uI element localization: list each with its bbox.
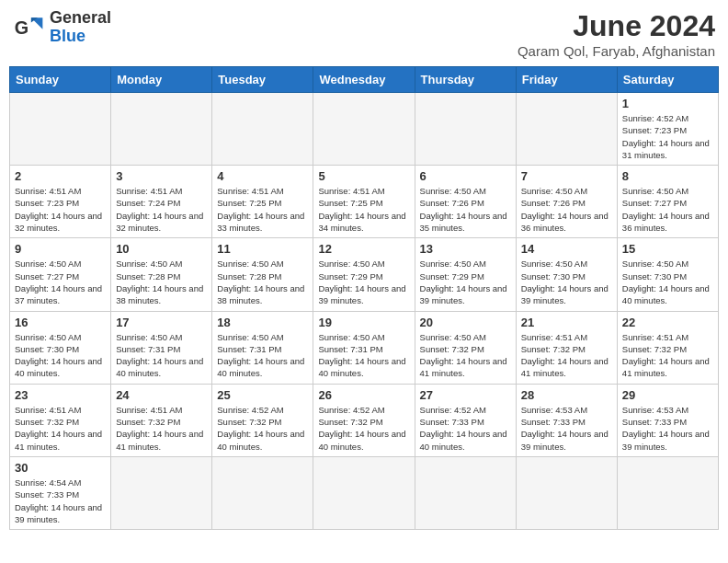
day-info: Sunrise: 4:51 AM Sunset: 7:32 PM Dayligh… bbox=[116, 404, 207, 453]
day-info: Sunrise: 4:50 AM Sunset: 7:26 PM Dayligh… bbox=[420, 185, 511, 234]
calendar-cell: 24Sunrise: 4:51 AM Sunset: 7:32 PM Dayli… bbox=[111, 384, 212, 456]
day-number: 3 bbox=[116, 169, 207, 183]
day-info: Sunrise: 4:50 AM Sunset: 7:31 PM Dayligh… bbox=[116, 331, 207, 380]
calendar-cell: 13Sunrise: 4:50 AM Sunset: 7:29 PM Dayli… bbox=[415, 238, 516, 311]
logo: G GeneralBlue bbox=[13, 9, 111, 46]
calendar-cell: 16Sunrise: 4:50 AM Sunset: 7:30 PM Dayli… bbox=[10, 311, 111, 384]
calendar-cell: 20Sunrise: 4:50 AM Sunset: 7:32 PM Dayli… bbox=[415, 311, 516, 384]
calendar-row-2: 9Sunrise: 4:50 AM Sunset: 7:27 PM Daylig… bbox=[10, 238, 719, 311]
page-header: G GeneralBlue June 2024 Qaram Qol, Farya… bbox=[9, 9, 719, 59]
calendar-row-4: 23Sunrise: 4:51 AM Sunset: 7:32 PM Dayli… bbox=[10, 384, 719, 456]
calendar-cell bbox=[313, 456, 415, 529]
day-number: 28 bbox=[521, 388, 612, 402]
calendar-cell: 25Sunrise: 4:52 AM Sunset: 7:32 PM Dayli… bbox=[212, 384, 313, 456]
day-info: Sunrise: 4:51 AM Sunset: 7:25 PM Dayligh… bbox=[318, 185, 409, 234]
calendar-cell: 21Sunrise: 4:51 AM Sunset: 7:32 PM Dayli… bbox=[516, 311, 617, 384]
calendar-cell bbox=[516, 93, 617, 166]
calendar-cell: 29Sunrise: 4:53 AM Sunset: 7:33 PM Dayli… bbox=[617, 384, 718, 456]
calendar-cell bbox=[313, 93, 415, 166]
calendar-cell bbox=[617, 456, 718, 529]
day-info: Sunrise: 4:50 AM Sunset: 7:26 PM Dayligh… bbox=[521, 185, 612, 234]
weekday-header-sunday: Sunday bbox=[10, 67, 111, 93]
day-number: 26 bbox=[318, 388, 409, 402]
day-info: Sunrise: 4:50 AM Sunset: 7:27 PM Dayligh… bbox=[15, 258, 106, 306]
day-info: Sunrise: 4:51 AM Sunset: 7:23 PM Dayligh… bbox=[15, 185, 106, 234]
day-number: 29 bbox=[622, 388, 713, 402]
day-number: 14 bbox=[521, 242, 612, 256]
calendar-cell: 1Sunrise: 4:52 AM Sunset: 7:23 PM Daylig… bbox=[617, 93, 718, 166]
day-number: 8 bbox=[622, 169, 713, 183]
day-info: Sunrise: 4:52 AM Sunset: 7:33 PM Dayligh… bbox=[420, 404, 511, 453]
day-number: 7 bbox=[521, 169, 612, 183]
calendar-cell: 4Sunrise: 4:51 AM Sunset: 7:25 PM Daylig… bbox=[212, 166, 313, 238]
day-info: Sunrise: 4:52 AM Sunset: 7:23 PM Dayligh… bbox=[622, 112, 713, 161]
calendar-subtitle: Qaram Qol, Faryab, Afghanistan bbox=[518, 43, 715, 59]
day-info: Sunrise: 4:50 AM Sunset: 7:31 PM Dayligh… bbox=[217, 331, 308, 380]
day-info: Sunrise: 4:50 AM Sunset: 7:29 PM Dayligh… bbox=[318, 258, 409, 306]
day-info: Sunrise: 4:50 AM Sunset: 7:30 PM Dayligh… bbox=[622, 258, 713, 306]
day-number: 1 bbox=[622, 97, 713, 110]
day-info: Sunrise: 4:50 AM Sunset: 7:30 PM Dayligh… bbox=[521, 258, 612, 306]
day-number: 23 bbox=[15, 388, 106, 402]
day-number: 20 bbox=[420, 316, 511, 329]
calendar-cell bbox=[212, 93, 313, 166]
day-info: Sunrise: 4:52 AM Sunset: 7:32 PM Dayligh… bbox=[318, 404, 409, 453]
weekday-header-row: SundayMondayTuesdayWednesdayThursdayFrid… bbox=[10, 67, 719, 93]
calendar-cell bbox=[111, 456, 212, 529]
weekday-header-wednesday: Wednesday bbox=[313, 67, 415, 93]
calendar-row-1: 2Sunrise: 4:51 AM Sunset: 7:23 PM Daylig… bbox=[10, 166, 719, 238]
weekday-header-friday: Friday bbox=[516, 67, 617, 93]
svg-text:G: G bbox=[15, 17, 28, 38]
calendar-cell: 17Sunrise: 4:50 AM Sunset: 7:31 PM Dayli… bbox=[111, 311, 212, 384]
calendar-cell: 7Sunrise: 4:50 AM Sunset: 7:26 PM Daylig… bbox=[516, 166, 617, 238]
calendar-cell: 9Sunrise: 4:50 AM Sunset: 7:27 PM Daylig… bbox=[10, 238, 111, 311]
calendar-cell bbox=[415, 93, 516, 166]
day-info: Sunrise: 4:50 AM Sunset: 7:28 PM Dayligh… bbox=[116, 258, 207, 306]
calendar-cell: 23Sunrise: 4:51 AM Sunset: 7:32 PM Dayli… bbox=[10, 384, 111, 456]
day-number: 13 bbox=[420, 242, 511, 256]
calendar-table: SundayMondayTuesdayWednesdayThursdayFrid… bbox=[9, 66, 719, 530]
day-info: Sunrise: 4:50 AM Sunset: 7:29 PM Dayligh… bbox=[420, 258, 511, 306]
calendar-cell: 28Sunrise: 4:53 AM Sunset: 7:33 PM Dayli… bbox=[516, 384, 617, 456]
calendar-cell: 15Sunrise: 4:50 AM Sunset: 7:30 PM Dayli… bbox=[617, 238, 718, 311]
calendar-cell: 3Sunrise: 4:51 AM Sunset: 7:24 PM Daylig… bbox=[111, 166, 212, 238]
calendar-cell: 6Sunrise: 4:50 AM Sunset: 7:26 PM Daylig… bbox=[415, 166, 516, 238]
day-number: 16 bbox=[15, 316, 106, 329]
calendar-cell: 11Sunrise: 4:50 AM Sunset: 7:28 PM Dayli… bbox=[212, 238, 313, 311]
day-info: Sunrise: 4:51 AM Sunset: 7:32 PM Dayligh… bbox=[521, 331, 612, 380]
day-info: Sunrise: 4:50 AM Sunset: 7:28 PM Dayligh… bbox=[217, 258, 308, 306]
weekday-header-monday: Monday bbox=[111, 67, 212, 93]
calendar-cell bbox=[111, 93, 212, 166]
calendar-cell: 2Sunrise: 4:51 AM Sunset: 7:23 PM Daylig… bbox=[10, 166, 111, 238]
day-info: Sunrise: 4:54 AM Sunset: 7:33 PM Dayligh… bbox=[15, 477, 106, 525]
calendar-cell: 5Sunrise: 4:51 AM Sunset: 7:25 PM Daylig… bbox=[313, 166, 415, 238]
day-info: Sunrise: 4:53 AM Sunset: 7:33 PM Dayligh… bbox=[622, 404, 713, 453]
weekday-header-saturday: Saturday bbox=[617, 67, 718, 93]
day-info: Sunrise: 4:50 AM Sunset: 7:32 PM Dayligh… bbox=[420, 331, 511, 380]
calendar-cell bbox=[516, 456, 617, 529]
calendar-cell bbox=[10, 93, 111, 166]
day-number: 27 bbox=[420, 388, 511, 402]
title-area: June 2024 Qaram Qol, Faryab, Afghanistan bbox=[518, 9, 715, 59]
day-info: Sunrise: 4:50 AM Sunset: 7:30 PM Dayligh… bbox=[15, 331, 106, 380]
calendar-cell: 22Sunrise: 4:51 AM Sunset: 7:32 PM Dayli… bbox=[617, 311, 718, 384]
day-number: 2 bbox=[15, 169, 106, 183]
calendar-cell: 18Sunrise: 4:50 AM Sunset: 7:31 PM Dayli… bbox=[212, 311, 313, 384]
day-number: 5 bbox=[318, 169, 409, 183]
calendar-cell: 26Sunrise: 4:52 AM Sunset: 7:32 PM Dayli… bbox=[313, 384, 415, 456]
day-info: Sunrise: 4:51 AM Sunset: 7:32 PM Dayligh… bbox=[15, 404, 106, 453]
day-number: 21 bbox=[521, 316, 612, 329]
weekday-header-tuesday: Tuesday bbox=[212, 67, 313, 93]
day-number: 10 bbox=[116, 242, 207, 256]
day-number: 4 bbox=[217, 169, 308, 183]
day-number: 25 bbox=[217, 388, 308, 402]
day-number: 30 bbox=[15, 461, 106, 475]
day-number: 11 bbox=[217, 242, 308, 256]
day-number: 6 bbox=[420, 169, 511, 183]
day-info: Sunrise: 4:51 AM Sunset: 7:24 PM Dayligh… bbox=[116, 185, 207, 234]
day-info: Sunrise: 4:52 AM Sunset: 7:32 PM Dayligh… bbox=[217, 404, 308, 453]
calendar-cell: 19Sunrise: 4:50 AM Sunset: 7:31 PM Dayli… bbox=[313, 311, 415, 384]
day-number: 22 bbox=[622, 316, 713, 329]
day-number: 24 bbox=[116, 388, 207, 402]
day-info: Sunrise: 4:51 AM Sunset: 7:32 PM Dayligh… bbox=[622, 331, 713, 380]
